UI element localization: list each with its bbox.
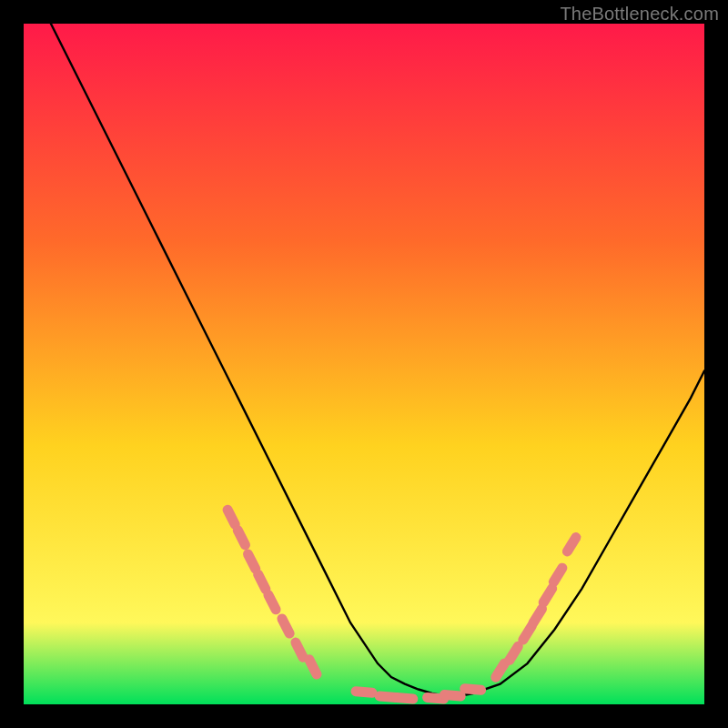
marker-bottom-2 — [397, 698, 413, 700]
marker-left-1 — [238, 531, 245, 545]
marker-left-7 — [309, 660, 317, 674]
marker-left-0 — [228, 510, 235, 524]
marker-left-6 — [296, 642, 303, 657]
watermark-text: TheBottleneck.com — [560, 4, 719, 25]
marker-bottom-5 — [465, 689, 481, 691]
marker-left-3 — [258, 574, 266, 589]
marker-bottom-0 — [356, 692, 372, 693]
gradient-background — [24, 24, 704, 704]
bottleneck-chart — [24, 24, 704, 704]
marker-left-2 — [248, 554, 256, 569]
marker-left-4 — [268, 595, 276, 610]
marker-bottom-4 — [444, 695, 460, 697]
marker-left-5 — [282, 619, 289, 633]
